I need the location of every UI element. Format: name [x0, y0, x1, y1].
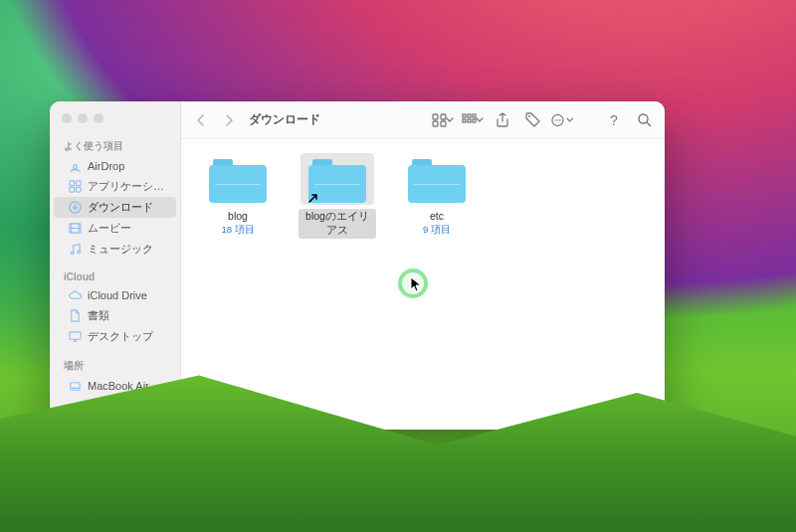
apps-icon [68, 180, 82, 194]
folder-item[interactable]: blog18 項目 [199, 153, 277, 237]
svg-point-23 [554, 119, 555, 120]
sidebar-item-desktop[interactable]: デスクトップ [54, 326, 176, 347]
sidebar-item-doc[interactable]: 書類 [54, 305, 176, 326]
sidebar-item-label: MacBook Air [88, 380, 149, 392]
svg-rect-15 [463, 114, 466, 117]
folder-item-count: 9 項目 [423, 224, 451, 237]
music-icon [68, 243, 82, 257]
folder-item[interactable]: blogのエイリアス [298, 153, 376, 239]
sidebar-item-label: AirDrop [88, 160, 124, 172]
svg-rect-9 [69, 332, 80, 339]
minimize-dot[interactable] [78, 113, 88, 123]
folder-name: etc [426, 209, 448, 223]
sidebar-item-laptop[interactable]: MacBook Air [54, 376, 176, 396]
search-button[interactable] [633, 109, 655, 131]
svg-point-21 [528, 115, 530, 117]
window-title: ダウンロード [249, 111, 320, 128]
back-button[interactable] [191, 110, 211, 130]
sidebar-item-cloud[interactable]: iCloud Drive [54, 285, 176, 305]
content-area[interactable]: blog18 項目blogのエイリアスetc9 項目 [181, 139, 665, 430]
close-dot[interactable] [62, 113, 72, 123]
svg-rect-3 [69, 187, 74, 192]
sidebar-item-label: 書類 [88, 308, 109, 323]
share-button[interactable] [492, 109, 513, 131]
svg-point-24 [557, 119, 558, 120]
folder-item[interactable]: etc9 項目 [398, 153, 476, 237]
desktop-icon [68, 330, 82, 344]
action-menu-button[interactable] [551, 109, 573, 131]
folder-icon [300, 153, 374, 205]
svg-rect-11 [433, 114, 438, 119]
view-mode-button[interactable] [432, 109, 454, 131]
svg-rect-10 [70, 382, 79, 388]
sidebar-section-header: よく使う項目 [50, 135, 180, 156]
sidebar-item-label: アプリケーシ… [88, 179, 164, 194]
sidebar-item-label: ダウンロード [88, 200, 153, 215]
window-controls [50, 109, 180, 133]
cursor-icon [410, 276, 422, 296]
svg-rect-18 [463, 119, 466, 122]
doc-icon [68, 309, 82, 323]
cloud-icon [68, 288, 82, 302]
sidebar-item-music[interactable]: ミュージック [54, 239, 176, 260]
sidebar-section-header: 場所 [50, 355, 180, 376]
toolbar: ダウンロード [181, 101, 665, 139]
finder-window: よく使う項目AirDropアプリケーシ…ダウンロードムービーミュージックiClo… [50, 101, 665, 430]
folder-item-count: 18 項目 [221, 224, 254, 237]
sidebar-item-label: ミュージック [88, 242, 153, 257]
sidebar-item-movie[interactable]: ムービー [54, 218, 176, 239]
movie-icon [68, 222, 82, 236]
group-by-button[interactable] [462, 109, 484, 131]
forward-button[interactable] [219, 110, 239, 130]
svg-point-0 [73, 164, 77, 168]
sidebar-item-label: ムービー [88, 221, 131, 236]
zoom-dot[interactable] [94, 113, 103, 123]
alias-badge-icon [306, 191, 320, 205]
svg-rect-2 [76, 181, 81, 186]
sidebar-item-label: デスクトップ [88, 329, 153, 344]
svg-rect-19 [468, 119, 471, 122]
main-pane: ダウンロード [181, 101, 665, 430]
svg-rect-13 [433, 121, 438, 126]
download-icon [68, 201, 82, 215]
sidebar-item-label: iCloud Drive [88, 289, 147, 301]
folder-icon [201, 153, 275, 205]
svg-point-7 [71, 252, 74, 255]
svg-rect-16 [468, 114, 471, 117]
folder-name: blog [224, 209, 252, 223]
sidebar-item-airdrop[interactable]: AirDrop [54, 156, 176, 176]
airdrop-icon [68, 159, 82, 173]
help-button[interactable]: ? [603, 109, 625, 131]
sidebar-section-header: iCloud [50, 267, 180, 285]
desktop-wallpaper: よく使う項目AirDropアプリケーシ…ダウンロードムービーミュージックiClo… [0, 0, 796, 532]
sidebar-item-download[interactable]: ダウンロード [54, 197, 176, 218]
tags-button[interactable] [521, 109, 543, 131]
sidebar-item-apps[interactable]: アプリケーシ… [54, 176, 176, 197]
folder-name: blogのエイリアス [298, 209, 376, 239]
svg-point-8 [77, 251, 80, 254]
svg-rect-4 [76, 187, 81, 192]
svg-rect-1 [69, 181, 74, 186]
laptop-icon [68, 379, 82, 393]
sidebar: よく使う項目AirDropアプリケーシ…ダウンロードムービーミュージックiClo… [50, 101, 181, 430]
svg-point-25 [559, 119, 560, 120]
folder-icon [400, 153, 474, 205]
